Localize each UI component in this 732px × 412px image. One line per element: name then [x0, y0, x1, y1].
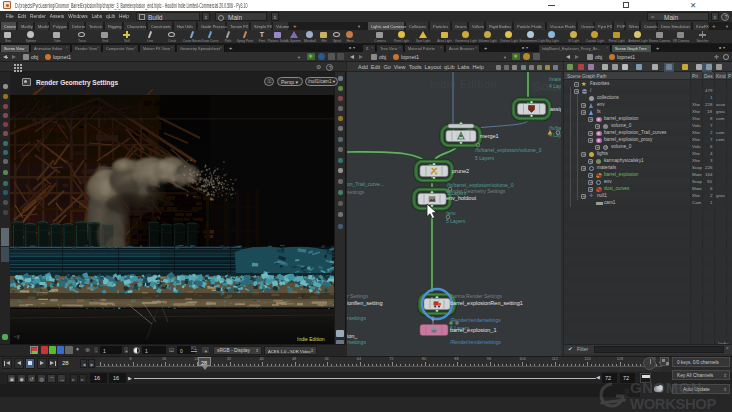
svg-text:WORKSHOP: WORKSHOP — [630, 395, 716, 412]
svg-text:THE: THE — [624, 387, 630, 398]
svg-text:GNOMON: GNOMON — [630, 379, 702, 396]
